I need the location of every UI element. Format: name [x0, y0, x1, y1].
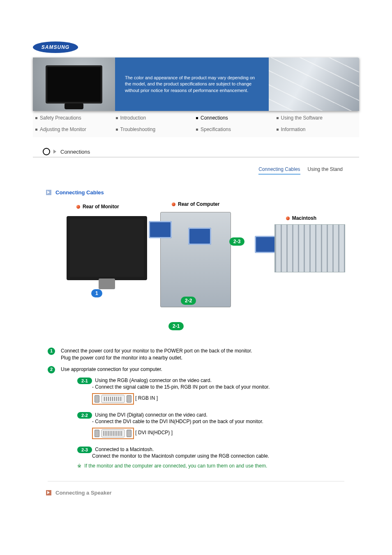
hero-notice-text: The color and appearance of the product … [125, 75, 259, 94]
step-1-line-2: Plug the power cord for the monitor into… [61, 355, 252, 362]
section-connecting-speaker-heading: Connecting a Speaker [46, 490, 359, 496]
diagram-pill-1: 1 [91, 289, 102, 297]
mac-slots-icon [275, 225, 345, 272]
divider [48, 481, 344, 481]
label-text: Rear of Monitor [83, 204, 119, 210]
sub-tabs: Connecting CablesUsing the Stand [33, 166, 343, 175]
top-nav: Safety PrecautionsIntroductionConnection… [33, 111, 359, 137]
section-title: Connecting Cables [55, 189, 104, 196]
label-rear-computer: Rear of Computer [172, 201, 219, 207]
label-text: Rear of Computer [178, 201, 219, 207]
section-play-icon [46, 190, 51, 195]
dvi-in-port-icon [92, 428, 134, 439]
rgb-in-label: [ RGB IN ] [135, 395, 158, 401]
svg-point-0 [33, 41, 78, 53]
hero-deco [269, 58, 359, 111]
diagram-pill-2-2: 2-2 [181, 297, 196, 305]
nav-bullet-icon [116, 129, 118, 131]
nav-item-information[interactable]: Information [277, 127, 357, 132]
dot-icon [172, 203, 175, 206]
diagram-pill-2-3: 2-3 [229, 237, 244, 246]
nav-item-label: Adjusting the Monitor [40, 127, 86, 132]
nav-bullet-icon [116, 117, 118, 119]
vga-plug-icon [188, 228, 211, 245]
nav-bullet-icon [196, 117, 198, 119]
diagram-macintosh [274, 224, 345, 272]
step-2: 2 Use appropriate connection for your co… [48, 366, 359, 373]
step-2-2-line-1: Using the DVI (Digital) connector on the… [95, 412, 207, 418]
substep-badge: 2-3 [77, 447, 92, 453]
rgb-in-port-icon [92, 393, 134, 405]
step-2-1: 2-1 Using the RGB (Analog) connector on … [77, 378, 359, 406]
breadcrumb-circle-icon [43, 148, 50, 155]
step-1-line-1: Connect the power cord for your monitor … [61, 348, 252, 355]
nav-item-label: Information [281, 127, 306, 132]
diagram-monitor-rear [67, 216, 147, 280]
nav-item-label: Specifications [201, 127, 231, 132]
nav-bullet-icon [35, 117, 37, 119]
note-ready: ※ If the monitor and the computer are co… [77, 463, 359, 469]
steps-list: 1 Connect the power cord for your monito… [48, 348, 359, 469]
jack-icon [95, 395, 99, 403]
step-2-3: 2-3 Connected to a Macintosh. Connect th… [77, 447, 359, 459]
label-macintosh: Macintosh [286, 215, 316, 221]
nav-item-adjusting-the-monitor[interactable]: Adjusting the Monitor [35, 127, 116, 132]
step-number: 1 [48, 348, 55, 355]
step-2-text: Use appropriate connection for your comp… [61, 366, 162, 373]
nav-item-safety-precautions[interactable]: Safety Precautions [35, 115, 116, 121]
vga-plug-icon [149, 221, 172, 238]
nav-item-label: Troubleshooting [120, 127, 156, 132]
breadcrumb-triangle-icon [53, 150, 56, 154]
label-text: Macintosh [292, 215, 316, 221]
dot-icon [286, 216, 290, 220]
vga-port-icon [101, 395, 125, 403]
step-2-3-line-2: Connect the monitor to the Macintosh com… [92, 453, 359, 459]
nav-item-troubleshooting[interactable]: Troubleshooting [116, 127, 196, 132]
note-symbol-icon: ※ [77, 463, 81, 469]
step-number: 2 [48, 366, 55, 373]
nav-bullet-icon [277, 129, 279, 131]
step-1: 1 Connect the power cord for your monito… [48, 348, 359, 362]
brand-logo: SAMSUNG SAMSUNG [33, 41, 78, 50]
nav-item-label: Safety Precautions [40, 115, 81, 121]
substep-badge: 2-1 [77, 378, 92, 384]
monitor-icon [46, 65, 102, 104]
step-2-1-line-1: Using the RGB (Analog) connector on the … [95, 378, 212, 383]
jack-icon [127, 430, 131, 437]
section-title: Connecting a Speaker [55, 490, 112, 496]
step-2-3-line-1: Connected to a Macintosh. [95, 447, 154, 452]
nav-item-using-the-software[interactable]: Using the Software [277, 115, 357, 121]
breadcrumb-text: Connections [60, 149, 90, 155]
nav-bullet-icon [196, 129, 198, 131]
subtab-using-the-stand[interactable]: Using the Stand [308, 166, 343, 175]
hero-monitor-image [33, 58, 115, 111]
label-rear-monitor: Rear of Monitor [76, 204, 119, 210]
nav-bullet-icon [35, 129, 37, 131]
section-connecting-cables-heading: Connecting Cables [46, 189, 359, 196]
substep-badge: 2-2 [77, 412, 92, 419]
section-play-icon [46, 490, 51, 495]
nav-item-introduction[interactable]: Introduction [116, 115, 196, 121]
nav-item-label: Connections [201, 115, 228, 121]
jack-icon [127, 395, 131, 403]
subtab-connecting-cables[interactable]: Connecting Cables [258, 166, 300, 175]
breadcrumb: Connections [33, 148, 359, 157]
nav-item-specifications[interactable]: Specifications [196, 127, 277, 132]
dvi-port-icon [101, 429, 125, 438]
nav-item-connections[interactable]: Connections [196, 115, 277, 121]
connection-diagram: Rear of Monitor Rear of Computer Macinto… [58, 200, 345, 335]
step-2-2: 2-2 Using the DVI (Digital) connector on… [77, 412, 359, 441]
dvi-in-label: [ DVI IN(HDCP) ] [135, 430, 173, 435]
step-2-1-line-2: - Connect the signal cable to the 15-pin… [92, 384, 359, 390]
diagram-pill-2-1: 2-1 [168, 322, 184, 330]
step-2-2-line-2: - Connect the DVI cable to the DVI IN(HD… [92, 419, 359, 424]
jack-icon [95, 430, 99, 437]
dot-icon [76, 205, 80, 209]
note-text: If the monitor and the computer are conn… [84, 463, 267, 469]
nav-item-label: Introduction [120, 115, 146, 121]
hero-banner: The color and appearance of the product … [33, 58, 359, 111]
nav-item-label: Using the Software [281, 115, 323, 121]
nav-bullet-icon [277, 117, 279, 119]
hero-notice: The color and appearance of the product … [115, 58, 269, 111]
